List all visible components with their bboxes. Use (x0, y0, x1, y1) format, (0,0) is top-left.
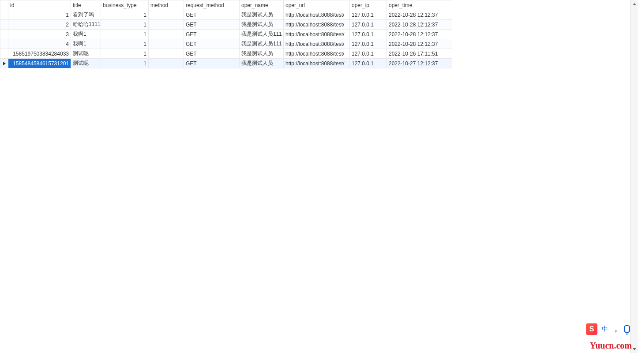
cell-oper-name[interactable]: 我是测试人员 (240, 59, 284, 68)
cell-business-type[interactable]: 1 (101, 10, 149, 20)
cell-oper-url[interactable]: http://localhost:8088/test/ (284, 20, 350, 30)
cell-id[interactable]: 1585484584615731201 (8, 59, 71, 68)
cell-oper-name[interactable]: 我是测试人员111 (240, 30, 284, 39)
cell-oper-url[interactable]: http://localhost:8088/test/ (284, 39, 350, 49)
data-grid[interactable]: id title business_type method request_me… (0, 0, 452, 68)
cell-oper-name[interactable]: 我是测试人员111 (240, 39, 284, 49)
col-header-request-method[interactable]: request_method (184, 0, 240, 10)
col-header-oper-url[interactable]: oper_url (284, 0, 350, 10)
current-row-arrow-icon (3, 62, 6, 65)
cell-method[interactable] (149, 49, 184, 59)
data-grid-container: id title business_type method request_me… (0, 0, 628, 364)
cell-request-method[interactable]: GET (184, 39, 240, 49)
cell-request-method[interactable]: GET (184, 59, 240, 68)
cell-title[interactable]: 测试呢 (71, 49, 101, 59)
cell-title[interactable]: 测试呢 (71, 59, 101, 68)
cell-oper-time[interactable]: 2022-10-28 12:12:37 (387, 10, 452, 20)
cell-oper-url[interactable]: http://localhost:8088/test/ (284, 59, 350, 68)
cell-title[interactable]: 哈哈哈1111 (71, 20, 101, 30)
cell-request-method[interactable]: GET (184, 10, 240, 20)
table-row[interactable]: 2哈哈哈11111GET我是测试人员http://localhost:8088/… (0, 20, 452, 30)
cell-oper-time[interactable]: 2022-10-27 12:12:37 (387, 59, 452, 68)
cell-oper-ip[interactable]: 127.0.0.1 (350, 10, 387, 20)
cell-method[interactable] (149, 20, 184, 30)
cell-oper-time[interactable]: 2022-10-28 12:12:37 (387, 39, 452, 49)
cell-oper-ip[interactable]: 127.0.0.1 (350, 20, 387, 30)
cell-oper-name[interactable]: 我是测试人员 (240, 20, 284, 30)
cell-id[interactable]: 1585197503834284033 (8, 49, 71, 59)
cell-id[interactable]: 1 (8, 10, 71, 20)
cell-request-method[interactable]: GET (184, 49, 240, 59)
cell-oper-name[interactable]: 我是测试人员 (240, 49, 284, 59)
cell-oper-ip[interactable]: 127.0.0.1 (350, 49, 387, 59)
cell-method[interactable] (149, 10, 184, 20)
sogou-ime-logo-icon[interactable]: S (586, 323, 597, 335)
cell-title[interactable]: 看到了吗 (71, 10, 101, 20)
ime-punctuation-indicator[interactable]: ， (612, 325, 619, 334)
row-indicator (0, 10, 8, 20)
ime-toolbar[interactable]: S 中 ， (582, 322, 634, 337)
cell-id[interactable]: 4 (8, 39, 71, 49)
cell-id[interactable]: 3 (8, 30, 71, 39)
header-row: id title business_type method request_me… (0, 0, 452, 10)
cell-oper-time[interactable]: 2022-10-28 12:12:37 (387, 20, 452, 30)
cell-oper-time[interactable]: 2022-10-28 12:12:37 (387, 30, 452, 39)
scroll-up-arrow-icon[interactable] (630, 0, 638, 8)
row-indicator (0, 59, 8, 68)
cell-oper-url[interactable]: http://localhost:8088/test/ (284, 30, 350, 39)
cell-method[interactable] (149, 30, 184, 39)
ime-language-indicator[interactable]: 中 (602, 325, 608, 333)
row-indicator (0, 30, 8, 39)
cell-oper-ip[interactable]: 127.0.0.1 (350, 39, 387, 49)
cell-business-type[interactable]: 1 (101, 30, 149, 39)
col-header-method[interactable]: method (149, 0, 184, 10)
table-row[interactable]: 1585484584615731201测试呢1GET我是测试人员http://l… (0, 59, 452, 68)
cell-business-type[interactable]: 1 (101, 49, 149, 59)
cell-request-method[interactable]: GET (184, 30, 240, 39)
cell-oper-time[interactable]: 2022-10-26 17:11:51 (387, 49, 452, 59)
cell-oper-url[interactable]: http://localhost:8088/test/ (284, 49, 350, 59)
cell-business-type[interactable]: 1 (101, 20, 149, 30)
table-row[interactable]: 3我啊11GET我是测试人员111http://localhost:8088/t… (0, 30, 452, 39)
cell-oper-ip[interactable]: 127.0.0.1 (350, 59, 387, 68)
cell-request-method[interactable]: GET (184, 20, 240, 30)
vertical-scrollbar[interactable] (630, 0, 638, 353)
col-header-business-type[interactable]: business_type (101, 0, 149, 10)
cell-title[interactable]: 我啊1 (71, 39, 101, 49)
microphone-icon[interactable] (624, 325, 630, 333)
col-header-oper-name[interactable]: oper_name (240, 0, 284, 10)
cell-title[interactable]: 我啊1 (71, 30, 101, 39)
cell-oper-url[interactable]: http://localhost:8088/test/ (284, 10, 350, 20)
col-header-oper-ip[interactable]: oper_ip (350, 0, 387, 10)
col-header-title[interactable]: title (71, 0, 101, 10)
table-row[interactable]: 1585197503834284033测试呢1GET我是测试人员http://l… (0, 49, 452, 59)
cell-method[interactable] (149, 39, 184, 49)
cell-oper-ip[interactable]: 127.0.0.1 (350, 30, 387, 39)
row-indicator (0, 39, 8, 49)
cell-id[interactable]: 2 (8, 20, 71, 30)
cell-business-type[interactable]: 1 (101, 59, 149, 68)
row-indicator (0, 49, 8, 59)
col-header-oper-time[interactable]: oper_time (387, 0, 452, 10)
cell-method[interactable] (149, 59, 184, 68)
row-indicator-header (0, 0, 8, 10)
row-indicator (0, 20, 8, 30)
cell-oper-name[interactable]: 我是测试人员 (240, 10, 284, 20)
table-row[interactable]: 1看到了吗1GET我是测试人员http://localhost:8088/tes… (0, 10, 452, 20)
watermark-text: Yuucn.com (590, 341, 632, 351)
cell-business-type[interactable]: 1 (101, 39, 149, 49)
col-header-id[interactable]: id (8, 0, 71, 10)
table-row[interactable]: 4我啊11GET我是测试人员111http://localhost:8088/t… (0, 39, 452, 49)
